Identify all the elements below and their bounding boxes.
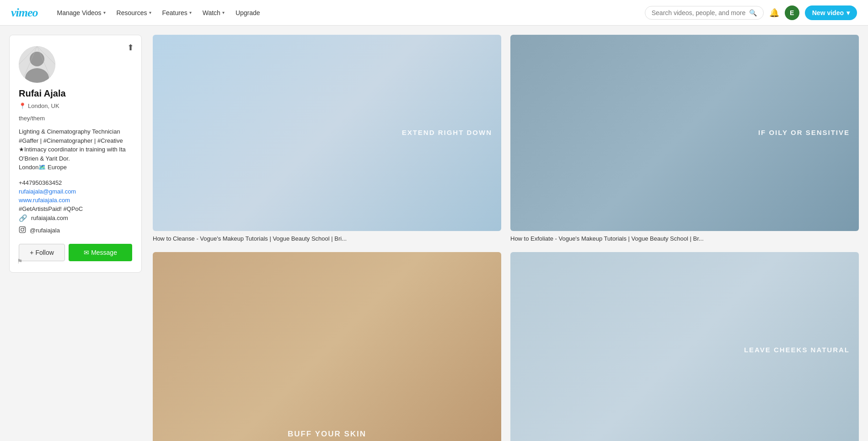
nav-features[interactable]: Features ▾ [158,6,196,19]
video-thumbnail: BUFF YOUR SKIN [153,252,501,441]
profile-location: 📍 London, UK [19,102,132,109]
follow-button[interactable]: + Follow [19,244,65,261]
new-video-button[interactable]: New video ▾ [805,5,857,20]
search-bar[interactable]: 🔍 [645,6,764,20]
svg-point-9 [24,227,25,228]
profile-pronouns: they/them [19,115,132,122]
main-nav: Manage Videos ▾ Resources ▾ Features ▾ W… [53,6,630,19]
profile-card: ⬆ Rufai Ajala 📍 London, UK they/them [9,35,142,273]
chevron-down-icon: ▾ [222,10,225,15]
notification-bell-icon[interactable]: 🔔 [769,8,779,18]
location-pin-icon: 📍 [19,102,26,109]
profile-link-row: 🔗 rufaiajala.com [19,214,132,222]
nav-upgrade[interactable]: Upgrade [231,6,265,19]
link-icon: 🔗 [19,214,27,222]
profile-bio: Lighting & Cinematography Technician #Ga… [19,127,132,172]
thumbnail-text: LEAVE CHEEKS NATURAL [744,345,850,355]
instagram-icon [19,226,26,235]
video-title: How to Exfoliate - Vogue's Makeup Tutori… [510,235,859,243]
nav-resources[interactable]: Resources ▾ [112,6,156,19]
profile-email: rufaiajala@gmail.com [19,188,132,195]
flag-icon[interactable]: ⚑ [17,258,23,265]
svg-point-8 [21,228,24,231]
profile-name: Rufai Ajala [19,88,132,99]
profile-phone: +447950363452 [19,179,132,186]
profile-hashtags: #GetArtistsPaid! #QPoC [19,205,132,212]
chevron-down-icon: ▾ [847,9,850,16]
video-title: How to Cleanse - Vogue's Makeup Tutorial… [153,235,501,243]
profile-instagram-row: @rufaiajala [19,226,132,235]
chevron-down-icon: ▾ [149,10,151,15]
profile-avatar [19,46,55,83]
video-thumbnail: EXTEND RIGHT DOWN [153,35,501,231]
search-input[interactable] [652,9,745,16]
video-grid: EXTEND RIGHT DOWNHow to Cleanse - Vogue'… [153,35,859,441]
share-button[interactable]: ⬆ [127,43,134,53]
main-content: ⬆ Rufai Ajala 📍 London, UK they/them [0,26,868,441]
nav-manage-videos[interactable]: Manage Videos ▾ [53,6,110,19]
video-section: EXTEND RIGHT DOWNHow to Cleanse - Vogue'… [142,26,868,441]
chevron-down-icon: ▾ [189,10,192,15]
search-icon: 🔍 [749,9,757,16]
video-thumbnail: IF OILY OR SENSITIVE [510,35,859,231]
video-card[interactable]: IF OILY OR SENSITIVEHow to Exfoliate - V… [510,35,859,243]
video-card[interactable]: BUFF YOUR SKINHow to use a Cleansing Gad… [153,252,501,441]
vimeo-logo[interactable]: vimeo [11,6,38,20]
video-card[interactable]: LEAVE CHEEKS NATURALHow to use a Primer … [510,252,859,441]
nav-watch[interactable]: Watch ▾ [198,6,229,19]
thumbnail-text: EXTEND RIGHT DOWN [402,128,492,138]
profile-website: www.rufaiajala.com [19,197,132,204]
thumbnail-text: BUFF YOUR SKIN [153,430,501,439]
svg-point-1 [30,52,44,66]
video-thumbnail: LEAVE CHEEKS NATURAL [510,252,859,441]
chevron-down-icon: ▾ [103,10,106,15]
svg-rect-7 [19,226,25,232]
message-button[interactable]: ✉ Message [69,244,132,261]
user-avatar[interactable]: E [785,5,799,20]
profile-actions: + Follow ✉ Message [19,244,132,261]
thumbnail-text: IF OILY OR SENSITIVE [758,128,850,138]
main-header: vimeo Manage Videos ▾ Resources ▾ Featur… [0,0,868,26]
video-card[interactable]: EXTEND RIGHT DOWNHow to Cleanse - Vogue'… [153,35,501,243]
header-right: 🔍 🔔 E New video ▾ [645,5,857,20]
